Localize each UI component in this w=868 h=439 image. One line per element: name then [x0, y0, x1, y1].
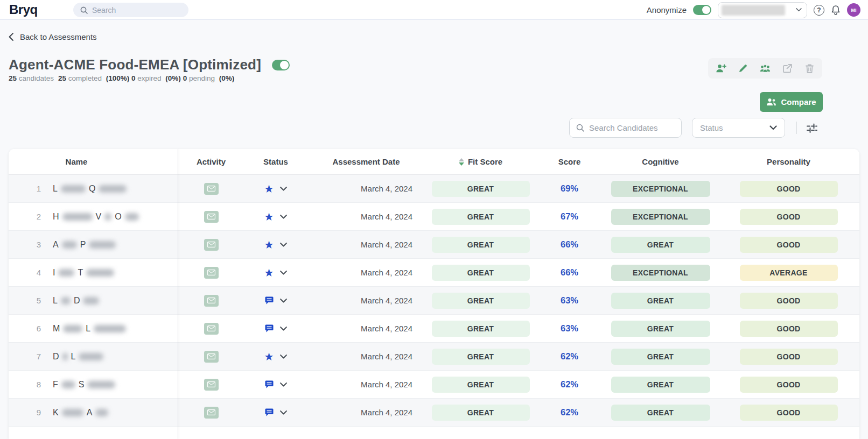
score-value[interactable]: 62% — [536, 407, 603, 417]
score-value[interactable]: 62% — [536, 379, 603, 390]
candidate-name-anonymized[interactable]: HVO — [53, 212, 139, 222]
fit-score-badge: GREAT — [432, 237, 530, 253]
manage-group-button[interactable] — [760, 63, 771, 74]
candidate-name-anonymized[interactable]: IT — [53, 268, 114, 278]
candidate-row[interactable]: 4 IT ★ March 4, 2 — [9, 259, 859, 287]
candidate-name-anonymized[interactable]: LQ — [53, 184, 127, 194]
status-filter-select[interactable]: Status — [692, 118, 785, 138]
cognitive-badge: GREAT — [611, 293, 710, 309]
delete-button[interactable] — [804, 63, 815, 74]
organization-select[interactable] — [718, 2, 807, 18]
status-star-icon[interactable]: ★ — [264, 211, 274, 222]
assessment-stats: 25 candidates 25 completed (100%) 0 expi… — [9, 74, 234, 82]
candidate-row[interactable]: 7 DL ★ March 4, 2 — [9, 343, 859, 371]
row-number: 2 — [30, 212, 41, 221]
activity-mail-icon[interactable] — [204, 183, 219, 195]
column-header-status: Status — [244, 157, 307, 166]
anonymize-label: Anonymize — [647, 5, 687, 15]
candidate-name-anonymized[interactable]: ML — [53, 324, 126, 334]
activity-mail-icon[interactable] — [204, 295, 219, 307]
status-star-icon[interactable]: ★ — [264, 351, 274, 362]
status-chevron-down-icon[interactable] — [280, 299, 287, 303]
row-number: 6 — [30, 324, 41, 333]
candidate-row[interactable]: 9 KA ★ March 4, 2 — [9, 399, 859, 427]
assessment-title: Agent-ACME Food-EMEA [Optimized] — [9, 56, 261, 73]
status-chevron-down-icon[interactable] — [280, 410, 287, 415]
status-chevron-down-icon[interactable] — [280, 327, 287, 331]
notifications-bell-icon[interactable] — [831, 5, 841, 16]
assessment-date: March 4, 2024 — [307, 324, 425, 333]
candidate-name-anonymized[interactable]: FS — [53, 380, 115, 390]
status-chat-icon[interactable] — [265, 296, 274, 305]
column-header-cognitive: Cognitive — [603, 157, 718, 166]
add-candidate-button[interactable] — [716, 63, 726, 74]
activity-mail-icon[interactable] — [204, 351, 219, 363]
score-value[interactable]: 62% — [536, 351, 603, 362]
user-avatar[interactable]: MI — [847, 3, 860, 17]
activity-mail-icon[interactable] — [204, 267, 219, 279]
candidate-row[interactable]: 2 HVO ★ March 4, — [9, 203, 859, 231]
score-value[interactable]: 66% — [536, 267, 603, 278]
global-search-input[interactable]: Search — [73, 3, 188, 17]
help-icon[interactable]: ? — [814, 5, 824, 16]
status-chevron-down-icon[interactable] — [280, 271, 287, 275]
activity-mail-icon[interactable] — [204, 407, 219, 419]
candidate-name-anonymized[interactable]: LD — [53, 296, 99, 306]
status-chat-icon[interactable] — [265, 408, 274, 416]
compare-button[interactable]: Compare — [760, 92, 823, 112]
score-value[interactable]: 63% — [536, 323, 603, 334]
search-icon — [576, 124, 584, 132]
fit-score-badge: GREAT — [432, 181, 530, 197]
candidate-row[interactable]: 8 FS ★ March 4, 2 — [9, 371, 859, 399]
personality-badge: GOOD — [740, 209, 838, 225]
status-chevron-down-icon[interactable] — [280, 215, 287, 219]
row-number: 5 — [30, 296, 41, 305]
search-icon — [80, 6, 88, 14]
candidate-name-anonymized[interactable]: DL — [53, 352, 103, 362]
search-candidates-input[interactable]: Search Candidates — [569, 118, 682, 138]
status-star-icon[interactable]: ★ — [264, 239, 274, 250]
activity-mail-icon[interactable] — [204, 379, 219, 391]
export-button[interactable] — [782, 63, 793, 74]
status-chat-icon[interactable] — [265, 380, 274, 388]
status-chevron-down-icon[interactable] — [280, 355, 287, 359]
fit-score-badge: GREAT — [432, 209, 530, 225]
activity-mail-icon[interactable] — [204, 323, 219, 335]
candidate-row[interactable]: 1 LQ ★ March 4, 2 — [9, 175, 859, 203]
candidate-row[interactable]: 5 LD ★ March 4, 2 — [9, 287, 859, 315]
people-group-icon — [760, 63, 771, 73]
candidate-row[interactable]: 6 ML ★ March 4, 2 — [9, 315, 859, 343]
assessment-active-toggle[interactable] — [272, 60, 290, 70]
row-number: 1 — [30, 184, 41, 193]
score-value[interactable]: 63% — [536, 295, 603, 306]
cognitive-badge: GREAT — [611, 377, 710, 393]
score-value[interactable]: 69% — [536, 183, 603, 194]
activity-mail-icon[interactable] — [204, 211, 219, 223]
cognitive-badge: EXCEPTIONAL — [611, 181, 710, 197]
personality-badge: GOOD — [740, 405, 838, 421]
candidate-name-anonymized[interactable]: AP — [53, 240, 116, 250]
score-value[interactable]: 67% — [536, 211, 603, 222]
top-navigation-bar: Bryq Search Anonymize ? MI — [0, 0, 868, 20]
back-to-assessments-link[interactable]: Back to Assessments — [9, 32, 97, 41]
candidate-name-anonymized[interactable]: KA — [53, 408, 108, 417]
status-chevron-down-icon[interactable] — [280, 383, 287, 387]
sort-icon[interactable] — [459, 158, 464, 166]
compare-button-label: Compare — [781, 97, 816, 107]
status-chevron-down-icon[interactable] — [280, 243, 287, 247]
edit-assessment-button[interactable] — [738, 63, 748, 74]
filter-divider — [796, 122, 797, 134]
anonymize-toggle[interactable] — [693, 5, 711, 15]
status-chat-icon[interactable] — [265, 324, 274, 332]
activity-mail-icon[interactable] — [204, 239, 219, 251]
table-header-row: Name Activity Status Assessment Date Fit… — [9, 149, 859, 175]
status-star-icon[interactable]: ★ — [264, 267, 274, 278]
status-star-icon[interactable]: ★ — [264, 183, 274, 194]
fit-score-badge: GREAT — [432, 265, 530, 281]
personality-badge: GOOD — [740, 321, 838, 337]
score-value[interactable]: 66% — [536, 239, 603, 250]
candidate-row[interactable]: 3 AP ★ March 4, 2 — [9, 231, 859, 259]
status-chevron-down-icon[interactable] — [280, 187, 287, 191]
advanced-filters-button[interactable] — [805, 121, 819, 135]
column-header-fit-score[interactable]: Fit Score — [425, 157, 536, 166]
